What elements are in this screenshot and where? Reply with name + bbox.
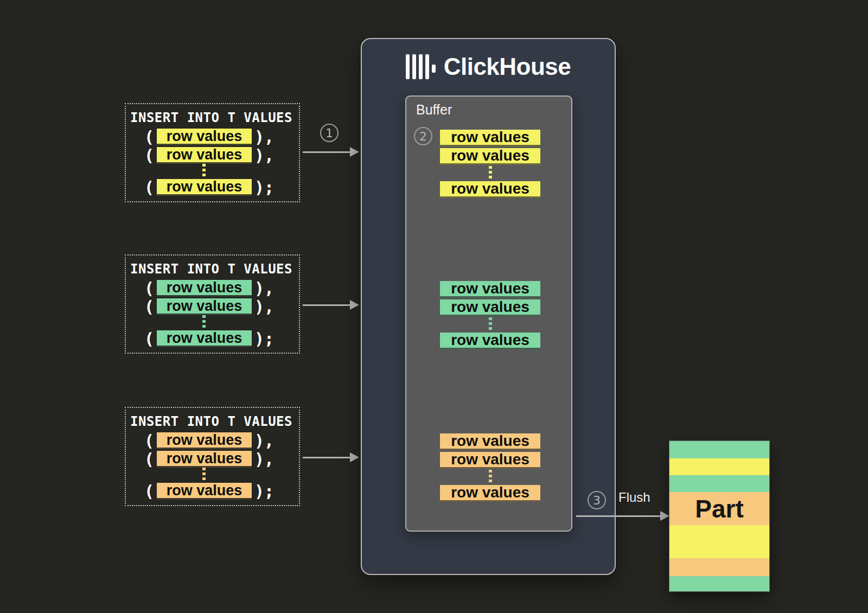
paren-text: ( bbox=[144, 147, 154, 164]
step-badge-1: 1 bbox=[320, 124, 339, 142]
sql-row: ( row values ), bbox=[144, 298, 299, 315]
paren-text: ( bbox=[144, 330, 154, 347]
part-stripe bbox=[669, 441, 769, 458]
buffer-row-values: row values bbox=[440, 299, 540, 316]
arrow-head-icon bbox=[350, 300, 359, 310]
buffer-group-green: row values row values row values bbox=[440, 281, 540, 351]
row-values-highlight: row values bbox=[157, 330, 252, 347]
insert-statement-box-1: INSERT INTO T VALUES ( row values ), ( r… bbox=[125, 103, 300, 202]
buffer-row-values: row values bbox=[440, 485, 540, 502]
sql-title: INSERT INTO T VALUES bbox=[130, 262, 299, 276]
paren-text: ); bbox=[254, 179, 274, 196]
sql-title: INSERT INTO T VALUES bbox=[130, 414, 299, 429]
paren-text: ), bbox=[254, 451, 274, 468]
insert-statement-box-2: INSERT INTO T VALUES ( row values ), ( r… bbox=[125, 254, 300, 354]
insert-arrow-1 bbox=[303, 147, 359, 157]
sql-row: ( row values ), bbox=[144, 451, 299, 468]
ellipsis-dots-icon bbox=[489, 317, 492, 331]
buffer-row-values: row values bbox=[440, 181, 540, 198]
part-box: Part bbox=[669, 441, 769, 591]
paren-text: ); bbox=[254, 483, 274, 500]
paren-text: ); bbox=[254, 330, 274, 347]
arrow-head-icon bbox=[660, 511, 669, 521]
part-stripe bbox=[669, 558, 769, 576]
paren-text: ( bbox=[144, 432, 154, 449]
flush-arrow bbox=[576, 511, 669, 521]
paren-text: ( bbox=[144, 179, 154, 196]
clickhouse-logo-icon bbox=[406, 54, 436, 79]
flush-label: Flush bbox=[618, 490, 650, 505]
paren-text: ( bbox=[144, 483, 154, 500]
part-stripe bbox=[669, 458, 769, 475]
row-values-highlight: row values bbox=[157, 432, 252, 449]
buffer-row-values: row values bbox=[440, 452, 540, 469]
clickhouse-title: ClickHouse bbox=[444, 53, 571, 80]
paren-text: ), bbox=[254, 280, 274, 297]
buffer-box: Buffer 2 row values row values row value… bbox=[405, 95, 572, 532]
buffer-row-values: row values bbox=[440, 130, 540, 146]
sql-row: ( row values ), bbox=[144, 280, 299, 297]
diagram-canvas: INSERT INTO T VALUES ( row values ), ( r… bbox=[0, 0, 868, 613]
part-stripe bbox=[669, 525, 769, 558]
paren-text: ), bbox=[254, 147, 274, 164]
row-values-highlight: row values bbox=[157, 298, 252, 315]
insert-statement-box-3: INSERT INTO T VALUES ( row values ), ( r… bbox=[125, 407, 300, 506]
buffer-label: Buffer bbox=[416, 102, 452, 118]
buffer-group-yellow: row values row values row values bbox=[440, 130, 540, 200]
step-badge-3: 3 bbox=[588, 491, 606, 509]
insert-arrow-2 bbox=[303, 300, 359, 310]
paren-text: ), bbox=[254, 129, 274, 145]
ellipsis-dots-icon bbox=[489, 166, 492, 180]
sql-row: ( row values ), bbox=[144, 432, 299, 449]
row-values-highlight: row values bbox=[157, 280, 252, 297]
arrow-head-icon bbox=[350, 452, 359, 462]
part-stripe bbox=[669, 475, 769, 492]
row-values-highlight: row values bbox=[157, 179, 252, 196]
buffer-group-orange: row values row values row values bbox=[440, 433, 540, 503]
paren-text: ( bbox=[144, 129, 154, 145]
arrow-shaft bbox=[303, 457, 350, 458]
row-values-highlight: row values bbox=[157, 147, 252, 164]
paren-text: ( bbox=[144, 280, 154, 297]
ellipsis-dots-icon bbox=[202, 468, 206, 481]
sql-row: ( row values ), bbox=[144, 147, 299, 164]
sql-row: ( row values ); bbox=[144, 483, 299, 500]
clickhouse-brand: ClickHouse bbox=[362, 53, 615, 80]
row-values-highlight: row values bbox=[157, 483, 252, 500]
arrow-shaft bbox=[303, 151, 350, 153]
arrow-head-icon bbox=[350, 147, 359, 157]
ellipsis-dots-icon bbox=[202, 315, 206, 329]
ellipsis-dots-icon bbox=[202, 164, 206, 177]
paren-text: ), bbox=[254, 432, 274, 449]
arrow-shaft bbox=[303, 304, 350, 306]
row-values-highlight: row values bbox=[157, 129, 252, 145]
clickhouse-panel: ClickHouse Buffer 2 row values row value… bbox=[361, 38, 616, 575]
buffer-row-values: row values bbox=[440, 281, 540, 298]
sql-title: INSERT INTO T VALUES bbox=[130, 111, 299, 125]
paren-text: ), bbox=[254, 298, 274, 315]
insert-arrow-3 bbox=[303, 452, 359, 462]
sql-row: ( row values ), bbox=[144, 129, 299, 145]
paren-text: ( bbox=[144, 451, 154, 468]
row-values-highlight: row values bbox=[157, 451, 252, 468]
step-badge-2: 2 bbox=[414, 127, 432, 145]
buffer-row-values: row values bbox=[440, 433, 540, 450]
sql-row: ( row values ); bbox=[144, 330, 299, 347]
sql-row: ( row values ); bbox=[144, 179, 299, 196]
buffer-row-values: row values bbox=[440, 333, 540, 349]
part-stripe bbox=[669, 576, 769, 591]
paren-text: ( bbox=[144, 298, 154, 315]
ellipsis-dots-icon bbox=[489, 470, 492, 483]
part-label: Part bbox=[669, 492, 769, 525]
arrow-shaft bbox=[576, 515, 660, 517]
buffer-row-values: row values bbox=[440, 148, 540, 165]
